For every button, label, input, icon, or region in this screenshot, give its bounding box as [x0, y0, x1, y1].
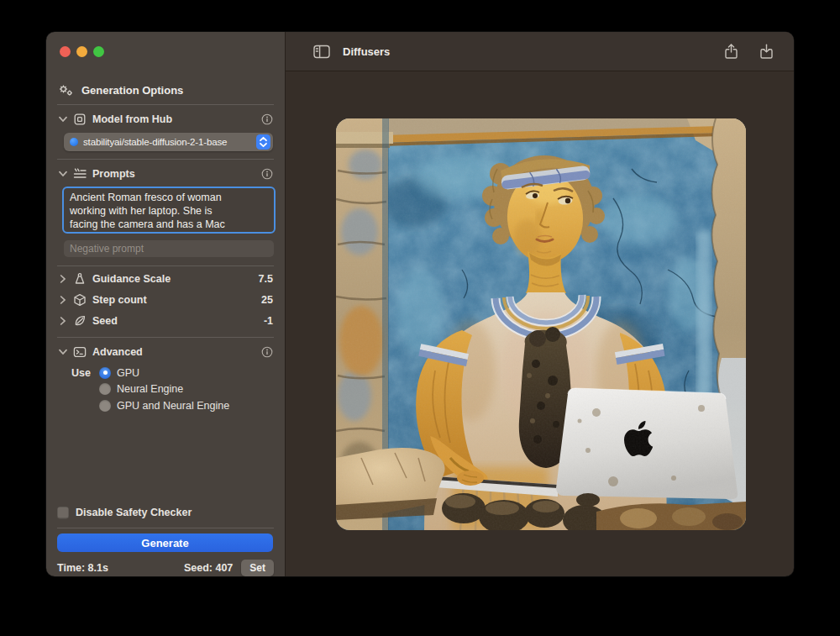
chevron-down-icon[interactable]	[58, 171, 67, 177]
share-button[interactable]	[720, 40, 742, 62]
compute-unit-radio-group: Use GPU Neural Engine GPU and Neural Eng…	[71, 366, 273, 412]
sidebar-title: Generation Options	[81, 84, 183, 97]
divider	[57, 159, 274, 160]
radio-option-gpu[interactable]: Use GPU	[71, 366, 273, 379]
chevron-down-icon[interactable]	[58, 116, 67, 123]
main-panel: Diffusers	[286, 32, 794, 576]
chevron-right-icon[interactable]	[58, 275, 67, 283]
advanced-section-label: Advanced	[92, 346, 143, 358]
seed-value: -1	[264, 315, 273, 327]
safety-checker-row[interactable]: Disable Safety Checker	[57, 504, 273, 521]
result-seed: Seed: 407	[184, 562, 233, 574]
prompt-input[interactable]: Ancient Roman fresco of woman working wi…	[64, 188, 274, 232]
leaf-icon	[73, 314, 87, 328]
cube-icon	[73, 293, 87, 307]
guidance-scale-row[interactable]: Guidance Scale 7.5	[58, 270, 273, 287]
generate-button[interactable]: Generate	[57, 534, 273, 552]
sidebar: Generation Options Model from Hub stabil…	[46, 32, 286, 576]
prompts-section-label: Prompts	[92, 168, 135, 180]
minimize-window-button[interactable]	[76, 46, 87, 57]
divider	[57, 104, 274, 105]
app-window: Generation Options Model from Hub stabil…	[46, 32, 794, 576]
guidance-scale-label: Guidance Scale	[92, 273, 171, 285]
step-count-label: Step count	[92, 294, 147, 306]
set-seed-button[interactable]: Set	[241, 560, 274, 576]
generation-time: Time: 8.1s	[57, 562, 108, 574]
image-canvas	[286, 71, 794, 576]
seed-row[interactable]: Seed -1	[58, 312, 273, 329]
terminal-icon	[73, 345, 87, 359]
divider	[57, 265, 274, 266]
generation-options-header: Generation Options	[58, 84, 273, 97]
divider	[57, 337, 274, 338]
step-count-value: 25	[261, 294, 273, 306]
model-status-dot-icon	[70, 138, 78, 146]
gears-icon	[58, 84, 74, 97]
advanced-section-row[interactable]: Advanced	[58, 344, 273, 360]
info-icon[interactable]	[261, 113, 273, 125]
window-controls	[46, 32, 285, 57]
seed-label: Seed	[92, 315, 118, 327]
zoom-window-button[interactable]	[93, 46, 104, 57]
dropdown-stepper-icon[interactable]	[256, 134, 270, 150]
model-dropdown-value: stabilityai/stable-diffusion-2-1-base	[83, 137, 251, 147]
step-count-row[interactable]: Step count 25	[58, 291, 273, 308]
chevron-down-icon[interactable]	[58, 349, 67, 355]
prompts-section-row[interactable]: Prompts	[58, 166, 273, 182]
model-section-row[interactable]: Model from Hub	[58, 111, 273, 128]
radio-option-neural-engine[interactable]: Neural Engine	[71, 383, 273, 396]
chevron-right-icon[interactable]	[58, 296, 67, 304]
window-title: Diffusers	[343, 45, 390, 58]
divider	[57, 528, 274, 528]
radio-button[interactable]	[99, 367, 111, 379]
cpu-icon	[73, 113, 87, 126]
save-image-button[interactable]	[755, 40, 777, 62]
scale-weight-icon	[73, 272, 87, 286]
model-dropdown[interactable]: stabilityai/stable-diffusion-2-1-base	[64, 133, 273, 151]
guidance-scale-value: 7.5	[259, 273, 273, 285]
use-label: Use	[71, 367, 93, 379]
close-window-button[interactable]	[60, 46, 71, 57]
titlebar: Diffusers	[286, 32, 794, 71]
generated-image[interactable]	[336, 118, 746, 530]
info-icon[interactable]	[261, 346, 273, 358]
safety-checkbox-label: Disable Safety Checker	[76, 507, 192, 518]
radio-button[interactable]	[99, 400, 111, 412]
radio-button[interactable]	[99, 383, 111, 395]
status-bar: Time: 8.1s Seed: 407 Set	[57, 560, 274, 576]
safety-checkbox[interactable]	[57, 507, 69, 518]
model-section-label: Model from Hub	[92, 113, 172, 125]
chevron-right-icon[interactable]	[58, 317, 67, 325]
info-icon[interactable]	[261, 168, 273, 180]
radio-option-gpu-and-neural-engine[interactable]: GPU and Neural Engine	[71, 399, 273, 412]
negative-prompt-input[interactable]	[64, 240, 274, 257]
toggle-sidebar-button[interactable]	[311, 40, 333, 62]
text-quote-icon	[73, 167, 87, 181]
